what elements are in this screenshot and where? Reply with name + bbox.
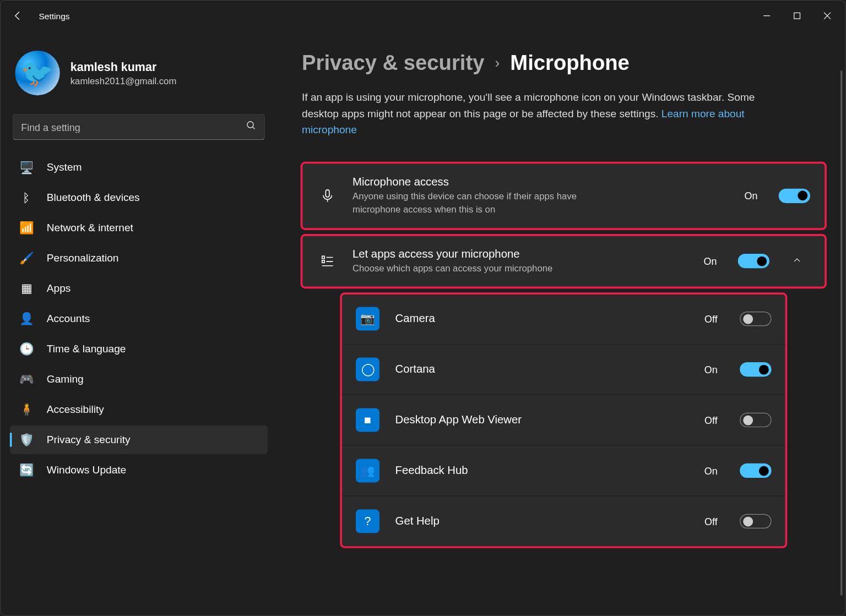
sidebar-item-label: Network & internet [47, 222, 133, 234]
let-apps-card: Let apps access your microphone Choose w… [302, 235, 825, 287]
accounts-icon: 👤 [19, 312, 34, 326]
window-controls [752, 1, 843, 30]
breadcrumb-current: Microphone [510, 51, 630, 75]
app-icon: ? [356, 510, 379, 533]
mic-access-state: On [745, 190, 758, 201]
app-icon: 📷 [356, 307, 379, 331]
app-toggle[interactable] [740, 362, 771, 377]
chevron-right-icon: › [495, 54, 500, 72]
app-name-label: Feedback Hub [395, 464, 689, 477]
svg-line-5 [252, 127, 254, 129]
profile-block[interactable]: 🐦 kamlesh kumar kamlesh2011@gmail.com [10, 37, 268, 114]
bluetooth-devices-icon: ᛒ [19, 190, 34, 205]
apps-icon: ▦ [19, 281, 34, 296]
app-row-camera: 📷CameraOff [341, 294, 786, 345]
time-language-icon: 🕒 [19, 342, 34, 356]
app-icon: 👥 [356, 459, 379, 483]
app-toggle-state: On [704, 465, 718, 476]
maximize-button[interactable] [782, 1, 812, 30]
sidebar-item-windows-update[interactable]: 🔄Windows Update [10, 455, 268, 484]
minimize-button[interactable] [752, 1, 782, 30]
sidebar-item-accessibility[interactable]: 🧍Accessibility [10, 395, 268, 424]
sidebar: 🐦 kamlesh kumar kamlesh2011@gmail.com 🖥️… [1, 31, 276, 615]
sidebar-item-gaming[interactable]: 🎮Gaming [10, 365, 268, 394]
chevron-up-icon[interactable] [784, 255, 810, 266]
svg-rect-8 [322, 257, 324, 259]
sidebar-item-time-language[interactable]: 🕒Time & language [10, 335, 268, 364]
mic-access-sub: Anyone using this device can choose if t… [352, 190, 616, 216]
app-icon: ■ [356, 408, 379, 432]
let-apps-state: On [704, 255, 717, 266]
app-name-label: Get Help [395, 515, 689, 528]
app-toggle[interactable] [740, 514, 771, 528]
app-icon: ◯ [356, 358, 379, 381]
sidebar-item-accounts[interactable]: 👤Accounts [10, 304, 268, 334]
sidebar-item-label: Bluetooth & devices [47, 192, 140, 204]
gaming-icon: 🎮 [19, 372, 34, 386]
mic-access-toggle[interactable] [779, 189, 810, 203]
sidebar-item-label: Accessibility [47, 404, 104, 415]
let-apps-sub: Choose which apps can access your microp… [352, 262, 616, 275]
app-toggle-state: Off [704, 313, 718, 324]
mic-access-title: Microphone access [352, 176, 730, 189]
profile-name: kamlesh kumar [70, 60, 177, 74]
app-name-label: Desktop App Web Viewer [395, 413, 689, 427]
app-toggle[interactable] [740, 464, 771, 478]
app-toggle[interactable] [740, 312, 771, 326]
avatar: 🐦 [15, 51, 59, 95]
personalization-icon: 🖌️ [19, 251, 34, 265]
scrollbar[interactable] [840, 70, 843, 596]
network-internet-icon: 📶 [19, 221, 34, 235]
sidebar-item-label: Personalization [47, 252, 119, 264]
svg-rect-10 [322, 260, 324, 263]
app-permission-list: 📷CameraOff◯CortanaOn■Desktop App Web Vie… [341, 294, 786, 547]
mic-access-card: Microphone access Anyone using this devi… [302, 163, 825, 228]
app-row-desktop-app-web-viewer: ■Desktop App Web ViewerOff [341, 395, 786, 446]
app-row-feedback-hub: 👥Feedback HubOn [341, 446, 786, 497]
svg-rect-6 [326, 190, 329, 197]
app-toggle[interactable] [740, 413, 771, 427]
close-button[interactable] [812, 1, 843, 30]
sidebar-item-label: Windows Update [47, 464, 126, 476]
search-icon [246, 121, 257, 134]
breadcrumb: Privacy & security › Microphone [302, 51, 825, 75]
sidebar-item-label: System [47, 162, 82, 173]
accessibility-icon: 🧍 [19, 402, 34, 417]
profile-email: kamlesh2011@gmail.com [70, 75, 177, 86]
sidebar-item-bluetooth-devices[interactable]: ᛒBluetooth & devices [10, 183, 268, 212]
app-row-cortana: ◯CortanaOn [341, 345, 786, 395]
back-button[interactable] [3, 1, 32, 30]
windows-update-icon: 🔄 [19, 463, 34, 477]
main-content: Privacy & security › Microphone If an ap… [277, 31, 845, 615]
search-box[interactable] [13, 114, 265, 140]
app-name-label: Camera [395, 312, 689, 325]
settings-window: Settings 🐦 kamlesh kumar kamlesh2011@gma… [0, 0, 845, 616]
breadcrumb-parent[interactable]: Privacy & security [302, 51, 484, 75]
sidebar-item-label: Privacy & security [47, 434, 131, 445]
titlebar: Settings [1, 1, 845, 31]
system-icon: 🖥️ [19, 160, 34, 175]
sidebar-item-apps[interactable]: ▦Apps [10, 274, 268, 303]
svg-point-4 [247, 122, 253, 128]
sidebar-item-label: Accounts [47, 313, 90, 324]
app-toggle-state: Off [704, 415, 718, 426]
let-apps-toggle[interactable] [738, 254, 769, 268]
sidebar-item-personalization[interactable]: 🖌️Personalization [10, 244, 268, 273]
app-name-label: Cortana [395, 363, 689, 376]
sidebar-item-system[interactable]: 🖥️System [10, 153, 268, 182]
let-apps-title: Let apps access your microphone [352, 248, 689, 261]
search-input[interactable] [21, 121, 246, 132]
app-row-get-help: ?Get HelpOff [341, 497, 786, 547]
page-description: If an app is using your microphone, you'… [302, 89, 776, 138]
sidebar-item-label: Gaming [47, 373, 84, 385]
svg-rect-1 [794, 13, 800, 19]
sidebar-item-label: Time & language [47, 343, 126, 355]
sidebar-item-privacy-security[interactable]: 🛡️Privacy & security [10, 426, 268, 455]
app-toggle-state: On [704, 364, 718, 375]
privacy-security-icon: 🛡️ [19, 433, 34, 447]
app-toggle-state: Off [704, 516, 718, 527]
sidebar-item-network-internet[interactable]: 📶Network & internet [10, 214, 268, 243]
app-name: Settings [39, 11, 69, 21]
sidebar-item-label: Apps [47, 282, 71, 294]
apps-list-icon [317, 254, 338, 268]
